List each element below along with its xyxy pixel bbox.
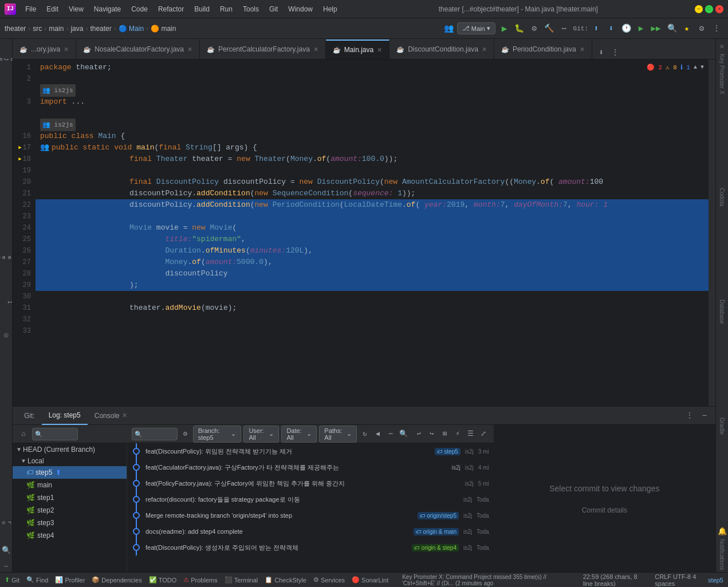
- branch-step4[interactable]: 🌿 step4: [13, 529, 127, 542]
- date-filter[interactable]: Date: All ⌄: [281, 426, 317, 443]
- breadcrumb-java[interactable]: java: [70, 25, 83, 33]
- commit-row-6[interactable]: feat(DiscountPolicy): 생성자로 주입되어 받는 전략객체 …: [127, 539, 494, 556]
- sidebar-project-icon[interactable]: Project: [0, 41, 13, 76]
- paths-filter[interactable]: Paths: All ⌄: [319, 426, 357, 443]
- tab-close-percent[interactable]: ✕: [313, 46, 318, 53]
- commit-row-0[interactable]: feat(DiscountPolicy): 위임된 전략객체 받기기능 제거 🏷…: [127, 443, 494, 459]
- breadcrumb-mainjava[interactable]: 🔵 Main: [119, 25, 144, 33]
- bottom-tab-git[interactable]: Git:: [17, 407, 42, 425]
- sidebar-pullreq-icon[interactable]: PullReq: [0, 279, 13, 325]
- status-problems[interactable]: ⚠ Problems: [183, 576, 217, 584]
- sidebar-github-icon[interactable]: ⊙: [1, 330, 12, 341]
- prev-btn[interactable]: ◀: [372, 428, 383, 440]
- notifications-icon[interactable]: 🔔: [717, 526, 727, 537]
- git-search-input[interactable]: [32, 428, 78, 440]
- menu-window[interactable]: Window: [284, 3, 317, 15]
- sidebar-more-icon[interactable]: ⋯: [1, 561, 12, 572]
- status-git[interactable]: ⬆ Git: [5, 576, 19, 584]
- git-home-btn[interactable]: ⌂: [17, 428, 30, 440]
- menu-code[interactable]: Code: [127, 3, 152, 15]
- bottom-tab-log[interactable]: Log: step5: [42, 407, 88, 425]
- tab-close-period[interactable]: ✕: [580, 46, 585, 53]
- bottom-minimize-btn[interactable]: ─: [698, 409, 711, 422]
- git-history-icon[interactable]: 🕐: [619, 22, 633, 36]
- codota-label[interactable]: Codota: [718, 186, 726, 208]
- console-close[interactable]: ✕: [122, 412, 127, 419]
- bottom-tab-console[interactable]: Console ✕: [88, 407, 134, 425]
- refresh-btn[interactable]: ↻: [359, 428, 370, 440]
- bottom-more-btn[interactable]: ⋮: [683, 409, 696, 422]
- menu-edit[interactable]: Edit: [42, 3, 63, 15]
- tab-close-nosale[interactable]: ✕: [187, 46, 192, 53]
- tab-main[interactable]: ☕ Main.java ✕: [326, 40, 389, 59]
- menu-tools[interactable]: Tools: [238, 3, 263, 15]
- menu-navigate[interactable]: Navigate: [89, 3, 125, 15]
- status-checkstyle[interactable]: 📋 CheckStyle: [265, 576, 306, 584]
- status-services[interactable]: ⚙ Services: [313, 576, 345, 584]
- local-branch-item[interactable]: ▼ Local: [13, 456, 127, 466]
- sidebar-commit-icon[interactable]: Commit: [0, 241, 13, 275]
- status-encoding[interactable]: CRLF UTF-8 4 spaces: [655, 573, 701, 587]
- editor-scrollbar[interactable]: [709, 60, 715, 406]
- sidebar-structure-icon[interactable]: Struct: [0, 506, 13, 540]
- run-icon[interactable]: ▶: [498, 22, 511, 36]
- tab-nosale[interactable]: ☕ NosaleCalculatorFactory.java ✕: [76, 40, 200, 59]
- users-icon[interactable]: 👥: [442, 22, 456, 36]
- commit-row-2[interactable]: feat(PolicyFactory.java): 구상Factory에 위임한…: [127, 475, 494, 491]
- git-push-icon[interactable]: ⬆: [589, 22, 603, 36]
- close-button[interactable]: ✕: [715, 5, 723, 13]
- status-sonar[interactable]: 🔴 SonarLint: [352, 576, 388, 584]
- branch-step5[interactable]: 🏷 step5 ⬆: [13, 466, 127, 479]
- commit-row-3[interactable]: refactor(discount): factory들을 strategy p…: [127, 491, 494, 507]
- status-cursor[interactable]: 22:59 (268 chars, 8 line breaks): [583, 573, 648, 587]
- tab-close-discount[interactable]: ✕: [482, 46, 487, 53]
- branch-step3[interactable]: 🌿 step3: [13, 517, 127, 529]
- status-branch[interactable]: step5: [708, 577, 723, 584]
- branch-button[interactable]: ⎇ Main ▾: [457, 22, 495, 34]
- expand-btn[interactable]: ⤢: [478, 428, 489, 440]
- branch-step1[interactable]: 🌿 step1: [13, 491, 127, 504]
- sidebar-search-icon[interactable]: 🔍: [1, 545, 12, 556]
- tab-discount[interactable]: ☕ DiscountCondition.java ✕: [389, 40, 494, 59]
- user-filter[interactable]: User: All ⌄: [243, 426, 279, 443]
- database-label[interactable]: Database: [718, 297, 726, 326]
- head-branch-item[interactable]: ▼ HEAD (Current Branch): [13, 443, 127, 456]
- breadcrumb-mainmethod[interactable]: 🟠 main: [151, 25, 176, 33]
- tab-close-main[interactable]: ✕: [377, 46, 382, 54]
- git-options-btn[interactable]: ⚙: [180, 428, 191, 440]
- commit-row-1[interactable]: feat(CaculatorFactory.java): 구상Factory가 …: [127, 459, 494, 475]
- search-icon[interactable]: 🔍: [665, 22, 679, 36]
- undo-btn[interactable]: ↩: [414, 428, 424, 440]
- run-config-icon[interactable]: ⚙: [528, 22, 541, 36]
- bookmark-icon[interactable]: ★: [680, 22, 694, 36]
- keypromoter-close[interactable]: ✕: [717, 41, 727, 52]
- build-icon[interactable]: 🔨: [542, 22, 556, 36]
- menu-build[interactable]: Build: [190, 3, 214, 15]
- tab-more[interactable]: ⋮: [608, 45, 622, 59]
- more-icon[interactable]: ⋯: [557, 22, 571, 36]
- branch-filter[interactable]: Branch: step5 ⌄: [193, 426, 242, 443]
- scroll-up-btn[interactable]: ▲: [694, 62, 697, 73]
- menu-git[interactable]: Git: [265, 3, 282, 15]
- breadcrumb-theater[interactable]: theater: [5, 25, 26, 33]
- minimize-button[interactable]: ─: [695, 5, 703, 13]
- settings-icon[interactable]: ⚙: [695, 22, 709, 36]
- menu-run[interactable]: Run: [215, 3, 237, 15]
- filter-btn[interactable]: ⚡: [452, 428, 463, 440]
- git-pull-icon[interactable]: ⬇: [604, 22, 618, 36]
- status-find[interactable]: 🔍 Find: [26, 576, 48, 584]
- status-deps[interactable]: 📦 Dependencies: [92, 576, 141, 584]
- tab-scroll-down[interactable]: ⬇: [595, 45, 608, 59]
- more-btn[interactable]: ⋮: [710, 22, 723, 36]
- commit-row-4[interactable]: Merge remote-tracking branch 'origin/ste…: [127, 507, 494, 523]
- scroll-down-btn[interactable]: ▼: [701, 62, 704, 73]
- group-btn[interactable]: ☰: [465, 428, 476, 440]
- menu-view[interactable]: View: [64, 3, 88, 15]
- branch-main[interactable]: 🌿 main: [13, 479, 127, 491]
- redo-btn[interactable]: ↪: [427, 428, 438, 440]
- tab-ory[interactable]: ☕ ...ory.java ✕: [13, 40, 76, 59]
- menu-file[interactable]: File: [21, 3, 41, 15]
- tab-close-ory[interactable]: ✕: [64, 46, 69, 53]
- status-profiler[interactable]: 📊 Profiler: [55, 576, 85, 584]
- debug-icon[interactable]: 🐛: [513, 22, 526, 36]
